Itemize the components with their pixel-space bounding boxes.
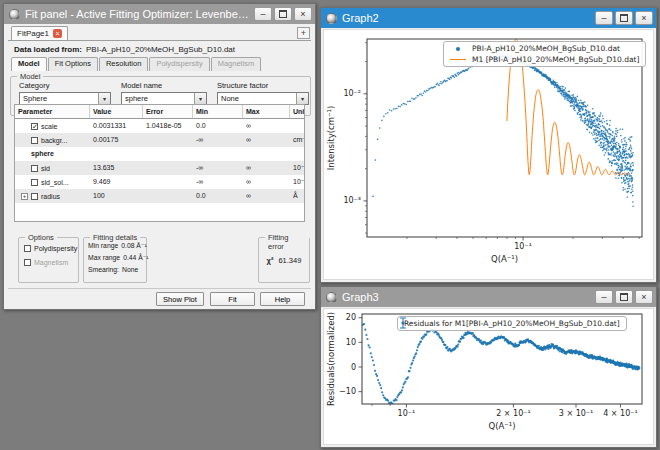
- value-cell[interactable]: 0.00175: [90, 133, 143, 147]
- fit-panel-titlebar[interactable]: Fit panel - Active Fitting Optimizer: Le…: [4, 4, 315, 24]
- graph3-title: Graph3: [342, 291, 590, 303]
- expand-icon[interactable]: +: [21, 193, 28, 200]
- units-cell[interactable]: Å: [290, 189, 305, 203]
- parameter-checkbox[interactable]: ✓: [31, 123, 38, 130]
- divider: [8, 288, 311, 289]
- parameter-group-label: sphere: [15, 147, 295, 161]
- maximize-icon: [620, 293, 628, 301]
- parameter-name: radius: [41, 190, 60, 203]
- table-row[interactable]: sld13.635-∞∞10⁻⁶Å⁻²: [15, 161, 304, 175]
- max-cell[interactable]: ∞: [243, 175, 290, 189]
- parameter-name: sld_sol...: [41, 176, 69, 189]
- table-row[interactable]: ✓scale0.00313311.0418e-050.0∞: [15, 119, 304, 133]
- parameter-checkbox[interactable]: [31, 193, 38, 200]
- max-cell[interactable]: ∞: [243, 189, 290, 203]
- tab-model[interactable]: Model: [11, 57, 47, 71]
- close-button[interactable]: ×: [635, 290, 653, 304]
- intensity-plot: 10⁻¹10⁻²10⁻³Q(A⁻¹)Intensity(cm⁻¹): [324, 30, 657, 283]
- parameter-checkbox[interactable]: [31, 165, 38, 172]
- value-cell[interactable]: 9.469: [90, 175, 143, 189]
- minimize-button[interactable]: –: [595, 290, 613, 304]
- options-legend: Options: [25, 233, 57, 242]
- add-fitpage-button[interactable]: +: [297, 27, 310, 39]
- graph3-legend: Residuals for M1[PBI-A_pH10_20%MeOH_BgSu…: [397, 316, 627, 331]
- tab-resolution[interactable]: Resolution: [99, 57, 148, 71]
- polydispersity-checkbox[interactable]: [24, 245, 31, 252]
- min-cell[interactable]: -∞: [193, 133, 243, 147]
- parameter-table[interactable]: ParameterValueErrorMinMaxUnits ✓scale0.0…: [14, 104, 305, 222]
- fit-button[interactable]: Fit: [210, 292, 255, 306]
- maximize-button[interactable]: [615, 11, 633, 25]
- error-cell[interactable]: [143, 161, 193, 175]
- max-cell[interactable]: ∞: [243, 119, 290, 133]
- table-row[interactable]: backgr...0.00175-∞∞cm⁻¹: [15, 133, 304, 147]
- maximize-button[interactable]: [274, 7, 292, 21]
- tab-magnetism[interactable]: Magnetism: [211, 57, 262, 71]
- units-cell[interactable]: 10⁻⁶Å⁻²: [290, 175, 305, 189]
- graph3-titlebar[interactable]: Graph3 – ×: [321, 287, 656, 307]
- model-groupbox-legend: Model: [17, 72, 43, 81]
- parameter-cell: backgr...: [15, 133, 90, 147]
- maximize-icon: [620, 14, 628, 22]
- graph2-titlebar[interactable]: Graph2 – ×: [321, 8, 656, 28]
- svg-text:2 × 10⁻¹: 2 × 10⁻¹: [496, 409, 530, 418]
- field-model-name: Model namesphere▾: [121, 81, 207, 105]
- svg-text:Intensity(cm⁻¹): Intensity(cm⁻¹): [326, 106, 336, 170]
- table-row[interactable]: sphere: [15, 147, 304, 161]
- error-cell[interactable]: [143, 175, 193, 189]
- min-cell[interactable]: 0.0: [193, 119, 243, 133]
- svg-text:Residuals(normalized): Residuals(normalized): [326, 312, 336, 406]
- value-cell[interactable]: 13.635: [90, 161, 143, 175]
- tab-fitpage1[interactable]: FitPage1 ×: [11, 26, 68, 40]
- close-button[interactable]: ×: [635, 11, 653, 25]
- minimize-button[interactable]: –: [595, 11, 613, 25]
- value-cell[interactable]: 0.0031331: [90, 119, 143, 133]
- minimize-button[interactable]: –: [254, 7, 272, 21]
- legend-label-residuals: Residuals for M1[PBI-A_pH10_20%MeOH_BgSu…: [404, 319, 620, 328]
- tab-fit-options[interactable]: Fit Options: [48, 57, 98, 71]
- column-header: Parameter: [15, 105, 90, 118]
- parameter-name: scale: [41, 120, 57, 133]
- magnetism-checkbox[interactable]: [24, 259, 31, 266]
- tab-polydispersity[interactable]: Polydispersity: [149, 57, 209, 71]
- chevron-down-icon: ▾: [98, 93, 110, 104]
- graph3-canvas[interactable]: 10⁻¹2 × 10⁻¹3 × 10⁻¹4 × 10⁻¹20100−10Q(A⁻…: [323, 308, 654, 445]
- svg-text:3 × 10⁻¹: 3 × 10⁻¹: [559, 409, 594, 418]
- maximize-button[interactable]: [615, 290, 633, 304]
- error-cell[interactable]: [143, 133, 193, 147]
- min-cell[interactable]: 0.0: [193, 189, 243, 203]
- legend-label-model: M1 [PBI-A_pH10_20%MeOH_BgSub_D10.dat]: [472, 55, 639, 64]
- checkbox-label: Polydispersity: [34, 245, 77, 252]
- graph2-canvas[interactable]: 10⁻¹10⁻²10⁻³Q(A⁻¹)Intensity(cm⁻¹) PBI-A_…: [323, 29, 654, 280]
- table-row[interactable]: +radius1000.0∞Å: [15, 189, 304, 203]
- value-cell[interactable]: 100: [90, 189, 143, 203]
- column-header: Units: [290, 105, 305, 118]
- error-cell[interactable]: [143, 189, 193, 203]
- parameter-cell: +radius: [15, 189, 90, 203]
- help-button[interactable]: Help: [260, 292, 305, 306]
- min-cell[interactable]: -∞: [193, 161, 243, 175]
- table-row[interactable]: sld_sol...9.469-∞∞10⁻⁶Å⁻²: [15, 175, 304, 189]
- parameter-checkbox[interactable]: [31, 137, 38, 144]
- combo-value: None: [218, 94, 296, 103]
- chevron-down-icon: ▾: [194, 93, 206, 104]
- svg-text:20: 20: [346, 313, 356, 322]
- close-button[interactable]: ×: [294, 7, 312, 21]
- max-cell[interactable]: ∞: [243, 161, 290, 175]
- fitting-details-legend: Fitting details: [90, 233, 140, 242]
- svg-text:10⁻²: 10⁻²: [343, 89, 361, 98]
- units-cell[interactable]: cm⁻¹: [290, 133, 305, 147]
- graph2-title: Graph2: [342, 12, 590, 24]
- detail-label: Smearing:: [88, 266, 119, 273]
- legend-label-data: PBI-A_pH10_20%MeOH_BgSub_D10.dat: [472, 44, 620, 53]
- close-fitpage-icon[interactable]: ×: [53, 29, 62, 38]
- max-cell[interactable]: ∞: [243, 133, 290, 147]
- scatter-marker-icon: [456, 47, 460, 51]
- units-cell[interactable]: 10⁻⁶Å⁻²: [290, 161, 305, 175]
- show-plot-button[interactable]: Show Plot: [156, 292, 204, 306]
- units-cell[interactable]: [290, 119, 305, 133]
- error-cell[interactable]: 1.0418e-05: [143, 119, 193, 133]
- svg-text:10⁻¹: 10⁻¹: [514, 242, 532, 251]
- parameter-checkbox[interactable]: [31, 179, 38, 186]
- min-cell[interactable]: -∞: [193, 175, 243, 189]
